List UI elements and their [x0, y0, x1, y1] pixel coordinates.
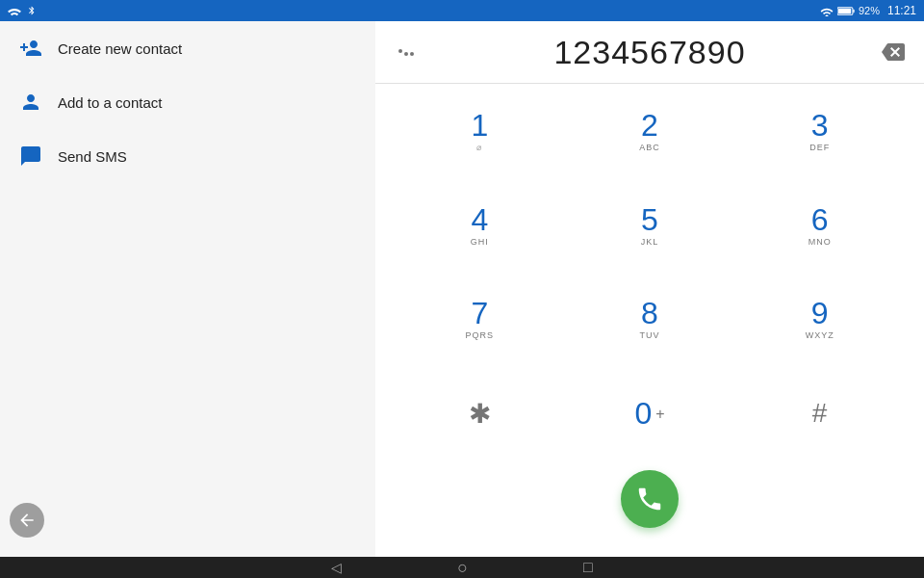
- key-star[interactable]: ✱: [441, 394, 518, 434]
- key-5[interactable]: 5 JKL: [611, 200, 688, 250]
- time-display: 11:21: [887, 4, 916, 17]
- right-panel: 1234567890 1 ⌀ 2 ABC 3: [375, 21, 924, 557]
- key-7[interactable]: 7 PQRS: [441, 294, 518, 344]
- left-panel: Create new contact Add to a contact Send…: [0, 21, 375, 557]
- keypad-row-3: 7 PQRS 8 TUV 9 WXYZ: [395, 273, 905, 367]
- send-sms-item[interactable]: Send SMS: [0, 129, 375, 183]
- keypad: 1 ⌀ 2 ABC 3 DEF 4 GHI 5: [375, 84, 924, 557]
- key-1[interactable]: 1 ⌀: [441, 106, 518, 156]
- keypad-row-4: ✱ 0 + #: [395, 366, 905, 460]
- key-2[interactable]: 2 ABC: [611, 106, 688, 156]
- signal-icon: [820, 6, 834, 16]
- nav-back-button[interactable]: ◁: [331, 560, 342, 575]
- key-6[interactable]: 6 MNO: [782, 200, 859, 250]
- status-bar-right: 92% 11:21: [820, 4, 916, 17]
- svg-rect-2: [838, 8, 851, 13]
- call-button[interactable]: [621, 470, 679, 528]
- keypad-row-2: 4 GHI 5 JKL 6 MNO: [395, 178, 905, 273]
- create-new-contact-item[interactable]: Create new contact: [0, 21, 375, 75]
- send-sms-label: Send SMS: [58, 148, 127, 165]
- nav-recent-button[interactable]: □: [583, 559, 593, 576]
- key-9[interactable]: 9 WXYZ: [782, 294, 859, 344]
- key-hash[interactable]: #: [782, 394, 859, 433]
- add-to-contact-label: Add to a contact: [58, 94, 162, 111]
- key-8[interactable]: 8 TUV: [611, 294, 688, 344]
- key-0[interactable]: 0 +: [611, 394, 688, 433]
- key-4[interactable]: 4 GHI: [441, 200, 518, 250]
- person-icon: [19, 91, 42, 114]
- more-options-button[interactable]: [391, 45, 422, 60]
- dialer-top-bar: 1234567890: [375, 21, 924, 84]
- call-row: [395, 460, 905, 547]
- message-icon: [19, 144, 42, 168]
- battery-icon: [837, 6, 855, 16]
- key-3[interactable]: 3 DEF: [782, 106, 859, 156]
- svg-rect-1: [853, 9, 854, 12]
- bluetooth-icon: [27, 4, 37, 17]
- person-add-icon: [19, 37, 42, 60]
- add-to-contact-item[interactable]: Add to a contact: [0, 75, 375, 129]
- status-bar-left: [8, 4, 37, 17]
- nav-bar: ◁ ○ □: [0, 557, 924, 578]
- create-new-contact-label: Create new contact: [58, 40, 182, 57]
- clear-button[interactable]: [878, 37, 909, 67]
- nav-home-button[interactable]: ○: [457, 558, 468, 578]
- status-bar: 92% 11:21: [0, 0, 924, 21]
- keypad-row-1: 1 ⌀ 2 ABC 3 DEF: [395, 84, 905, 178]
- wifi-icon: [8, 6, 21, 16]
- battery-level: 92%: [859, 5, 880, 16]
- phone-number-display: 1234567890: [422, 34, 878, 71]
- back-button[interactable]: [10, 503, 44, 538]
